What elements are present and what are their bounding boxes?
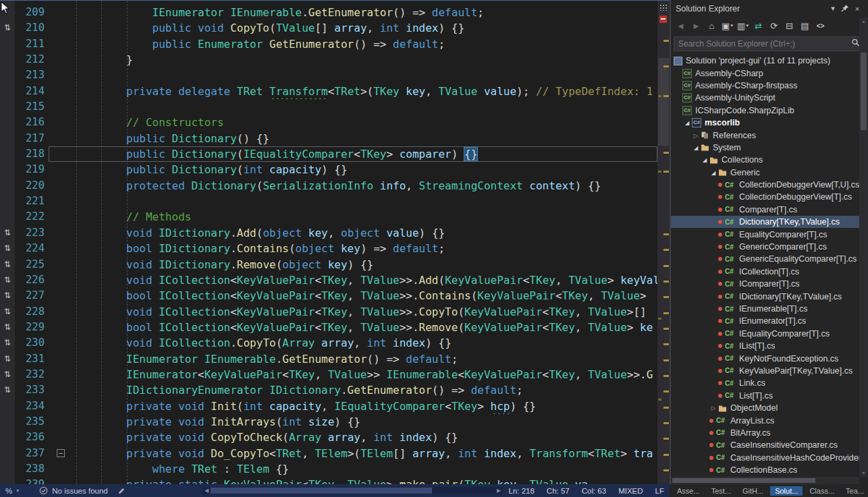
implementation-arrows-icon[interactable]: ⇅: [0, 335, 15, 351]
line-number[interactable]: 224: [15, 241, 49, 256]
scroll-left-icon[interactable]: ◀: [202, 488, 211, 494]
code-line[interactable]: 238 where TRet : TElem {}: [0, 461, 657, 477]
scroll-down-icon[interactable]: ▾: [859, 470, 868, 476]
glyph-margin[interactable]: [0, 209, 15, 225]
code-line[interactable]: 217 public Dictionary() {}: [0, 131, 657, 146]
code-line[interactable]: 237– private void Do_CopyTo<TRet, TElem>…: [0, 446, 657, 461]
code-line-body[interactable]: [49, 99, 657, 115]
implementation-arrows-icon[interactable]: ⇅: [0, 272, 15, 288]
line-number[interactable]: 229: [15, 320, 49, 335]
code-line[interactable]: 239 private static KeyValuePair<TKey, TV…: [0, 477, 657, 484]
panel-tab[interactable]: Asse...: [672, 486, 705, 496]
outlining-margin[interactable]: [49, 5, 74, 20]
code-line[interactable]: 219 public Dictionary(int capacity) {}: [0, 162, 657, 177]
code-line[interactable]: ⇅233 IDictionaryEnumerator IDictionary.G…: [0, 382, 657, 398]
line-number[interactable]: 231: [15, 351, 49, 367]
line-number[interactable]: 219: [15, 162, 49, 177]
tree-vertical-scrollbar[interactable]: ▴ ▾: [859, 18, 868, 477]
tree-item[interactable]: C#Comparer[T].cs: [671, 204, 859, 216]
tree-item[interactable]: ▷References: [671, 129, 859, 141]
implementation-arrows-icon[interactable]: ⇅: [0, 288, 15, 303]
code-line[interactable]: ⇅231 IEnumerator IEnumerable.GetEnumerat…: [0, 351, 657, 367]
view-code-icon[interactable]: <>: [813, 19, 828, 32]
line-number[interactable]: 233: [15, 382, 49, 398]
tree-item[interactable]: ◢System: [671, 142, 859, 154]
outlining-margin[interactable]: [49, 67, 74, 83]
glyph-margin[interactable]: [0, 131, 15, 146]
glyph-margin[interactable]: [0, 36, 15, 52]
glyph-margin[interactable]: [0, 162, 15, 177]
expand-arrow-icon[interactable]: ▷: [709, 405, 718, 411]
tree-item[interactable]: C#IComparer[T].cs: [671, 278, 859, 290]
tree-item[interactable]: C#Dictionary[TKey,TValue].cs: [671, 216, 859, 228]
panel-tab[interactable]: Solut...: [770, 486, 803, 496]
tree-item[interactable]: C#List[T].cs: [671, 390, 859, 402]
code-line[interactable]: 214 private delegate TRet Transform<TRet…: [0, 84, 657, 99]
code-line-body[interactable]: public void CopyTo(TValue[] array, int i…: [49, 20, 657, 36]
expand-arrow-icon[interactable]: ▷: [691, 132, 701, 139]
glyph-margin[interactable]: [0, 194, 15, 209]
tree-item[interactable]: C#Assembly-UnityScript: [671, 92, 859, 104]
tree-item[interactable]: C#CaseInsensitiveComparer.cs: [671, 439, 859, 451]
code-line[interactable]: ⇅229 bool ICollection<KeyValuePair<TKey,…: [0, 320, 657, 335]
glyph-margin[interactable]: [0, 67, 15, 83]
window-menu-chevron-icon[interactable]: ▾: [827, 4, 839, 13]
code-line-body[interactable]: – private void Do_CopyTo<TRet, TElem>(TE…: [49, 446, 657, 461]
outlining-margin[interactable]: [49, 477, 74, 484]
tree-item[interactable]: Solution 'project-gui' (11 of 11 project…: [671, 55, 859, 67]
line-number[interactable]: 222: [15, 209, 49, 225]
tree-item[interactable]: C#KeyValuePair[TKey,TValue].cs: [671, 365, 859, 377]
tree-item[interactable]: C#CollectionDebuggerView[T].cs: [671, 191, 859, 203]
scrollbar-thumb[interactable]: [861, 53, 867, 130]
expand-arrow-icon[interactable]: ◢: [709, 169, 718, 176]
line-number[interactable]: 236: [15, 430, 49, 445]
properties-icon[interactable]: ▤: [798, 19, 812, 32]
tree-item[interactable]: ◢Generic: [671, 167, 859, 179]
fold-collapse-icon[interactable]: –: [57, 449, 65, 457]
outlining-margin[interactable]: [49, 257, 74, 272]
code-line-body[interactable]: private static KeyValuePair<TKey, TValue…: [49, 477, 657, 484]
code-line-body[interactable]: protected Dictionary(SerializationInfo i…: [49, 178, 657, 194]
tree-item[interactable]: C#GenericComparer[T].cs: [671, 241, 859, 253]
line-number[interactable]: 216: [15, 115, 49, 130]
code-line-body[interactable]: void ICollection<KeyValuePair<TKey, TVal…: [49, 272, 657, 288]
code-line[interactable]: 220 protected Dictionary(SerializationIn…: [0, 178, 657, 194]
tree-item[interactable]: C#KeyNotFoundException.cs: [671, 352, 859, 364]
glyph-margin[interactable]: [0, 178, 15, 194]
code-line[interactable]: ⇅210 public void CopyTo(TValue[] array, …: [0, 20, 657, 36]
line-number[interactable]: 234: [15, 399, 49, 414]
code-line-body[interactable]: // Methods: [49, 209, 657, 225]
code-line[interactable]: 218 public Dictionary(IEqualityComparer<…: [0, 146, 657, 162]
line-number[interactable]: 215: [15, 99, 49, 115]
code-line[interactable]: ⇅228 void ICollection<KeyValuePair<TKey,…: [0, 304, 657, 320]
tree-item[interactable]: C#ArrayList.cs: [671, 414, 859, 426]
line-number[interactable]: 238: [15, 461, 49, 477]
expand-arrow-icon[interactable]: ◢: [682, 119, 692, 126]
code-line[interactable]: ⇅225 void IDictionary.Remove(object key)…: [0, 257, 657, 272]
filter-icon[interactable]: ▥▾: [736, 19, 750, 32]
code-line[interactable]: 212 }: [0, 52, 657, 67]
line-number[interactable]: 212: [15, 52, 49, 67]
scroll-right-icon[interactable]: ▶: [495, 488, 503, 494]
scrollbar-thumb[interactable]: [211, 488, 432, 494]
scroll-up-icon[interactable]: ▴: [859, 18, 868, 24]
code-line-body[interactable]: void ICollection<KeyValuePair<TKey, TVal…: [49, 304, 657, 320]
tree-item[interactable]: C#GenericEqualityComparer[T].cs: [671, 253, 859, 265]
status-encoding[interactable]: MIXED: [618, 487, 643, 495]
code-line[interactable]: ⇅230 void ICollection.CopyTo(Array array…: [0, 335, 657, 351]
tree-item[interactable]: C#CaseInsensitiveHashCodeProvider.cs: [671, 452, 859, 464]
code-line[interactable]: ⇅232 IEnumerator<KeyValuePair<TKey, TVal…: [0, 367, 657, 382]
code-line[interactable]: 213: [0, 67, 657, 83]
outlining-margin[interactable]: [49, 162, 74, 177]
sync-with-active-document-icon[interactable]: ⇄: [751, 19, 765, 32]
tree-item[interactable]: C#IDictionary[TKey,TValue].cs: [671, 290, 859, 302]
expand-arrow-icon[interactable]: ◢: [691, 144, 701, 151]
tree-item[interactable]: ◢C#mscorlib: [671, 117, 859, 129]
outlining-margin[interactable]: [49, 382, 74, 398]
outlining-margin[interactable]: [49, 194, 74, 209]
implementation-arrows-icon[interactable]: ⇅: [0, 225, 15, 241]
line-number[interactable]: 213: [15, 67, 49, 83]
glyph-margin[interactable]: [0, 446, 15, 461]
glyph-margin[interactable]: [0, 477, 15, 484]
line-number[interactable]: 214: [15, 84, 49, 99]
